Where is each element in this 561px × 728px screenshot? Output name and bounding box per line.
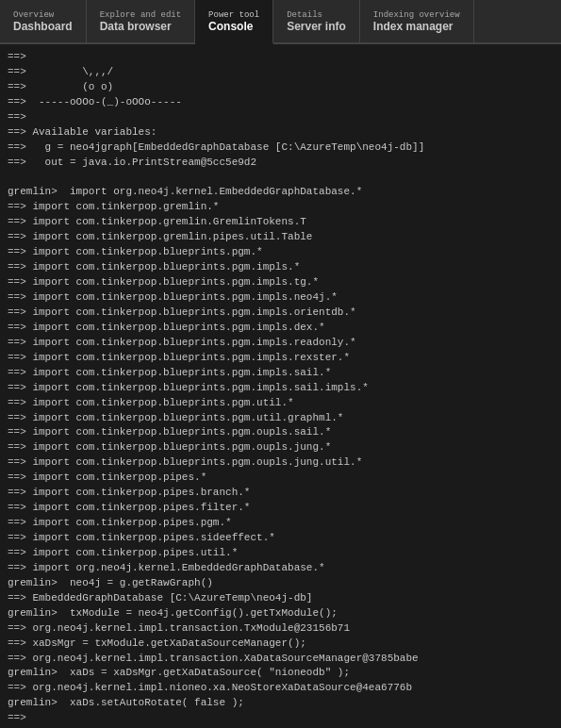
- tab-bar: Overview Dashboard Explore and edit Data…: [0, 0, 561, 44]
- tab-data-browser[interactable]: Explore and edit Data browser: [87, 0, 195, 42]
- tab-index-manager-top: Indexing overview: [373, 10, 460, 20]
- tab-console[interactable]: Power tool Console: [195, 0, 273, 44]
- tab-index-manager[interactable]: Indexing overview Index manager: [360, 0, 474, 42]
- tab-index-manager-bottom: Index manager: [373, 20, 460, 33]
- tab-data-browser-top: Explore and edit: [100, 10, 181, 20]
- tab-server-info[interactable]: Details Server info: [273, 0, 360, 42]
- tab-dashboard-bottom: Dashboard: [13, 20, 73, 33]
- tab-server-info-top: Details: [287, 10, 346, 20]
- tab-dashboard-top: Overview: [13, 10, 73, 20]
- tab-console-top: Power tool: [208, 10, 259, 20]
- console-output[interactable]: ==> ==> \,,,/ ==> (o o) ==> -----oOOo-(_…: [0, 44, 561, 728]
- tab-data-browser-bottom: Data browser: [100, 20, 181, 33]
- tab-console-bottom: Console: [208, 20, 259, 33]
- tab-dashboard[interactable]: Overview Dashboard: [0, 0, 87, 42]
- tab-server-info-bottom: Server info: [287, 20, 346, 33]
